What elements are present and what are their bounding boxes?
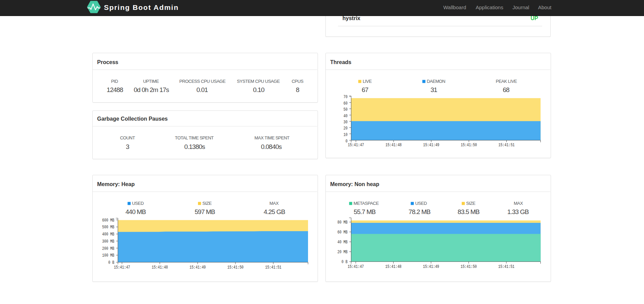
svg-text:600 MB: 600 MB (102, 218, 114, 223)
svg-text:15:41:48: 15:41:48 (385, 142, 402, 148)
svg-text:50: 50 (343, 107, 348, 112)
svg-text:15:41:48: 15:41:48 (385, 264, 402, 269)
svg-text:20 MB: 20 MB (337, 249, 348, 255)
svg-text:15:41:47: 15:41:47 (114, 265, 130, 270)
svg-text:15:41:49: 15:41:49 (189, 265, 206, 270)
svg-text:80 MB: 80 MB (337, 220, 348, 225)
svg-text:0 B: 0 B (341, 259, 348, 264)
svg-text:30: 30 (343, 120, 348, 125)
svg-text:500 MB: 500 MB (102, 225, 114, 230)
svg-text:15:41:51: 15:41:51 (265, 265, 281, 270)
svg-text:40: 40 (343, 113, 348, 119)
svg-text:200 MB: 200 MB (102, 246, 114, 251)
svg-text:15:41:51: 15:41:51 (499, 142, 515, 148)
svg-text:20: 20 (343, 126, 348, 131)
svg-text:10: 10 (343, 132, 348, 137)
svg-text:15:41:50: 15:41:50 (461, 142, 477, 148)
svg-text:15:41:50: 15:41:50 (461, 264, 477, 269)
svg-text:60 MB: 60 MB (337, 230, 348, 235)
svg-text:15:41:50: 15:41:50 (227, 265, 244, 270)
svg-text:100 MB: 100 MB (102, 253, 114, 258)
svg-text:70: 70 (343, 94, 348, 100)
svg-text:0: 0 (346, 139, 348, 144)
svg-text:60: 60 (343, 101, 348, 106)
svg-text:15:41:47: 15:41:47 (348, 264, 364, 269)
svg-text:15:41:48: 15:41:48 (152, 265, 168, 270)
svg-text:400 MB: 400 MB (102, 232, 114, 237)
svg-text:0 B: 0 B (108, 260, 114, 265)
svg-text:40 MB: 40 MB (337, 240, 348, 245)
svg-text:300 MB: 300 MB (102, 239, 114, 244)
svg-text:15:41:47: 15:41:47 (348, 142, 364, 148)
svg-text:15:41:49: 15:41:49 (423, 142, 440, 148)
svg-text:15:41:49: 15:41:49 (423, 264, 439, 269)
svg-text:15:41:51: 15:41:51 (498, 264, 515, 269)
